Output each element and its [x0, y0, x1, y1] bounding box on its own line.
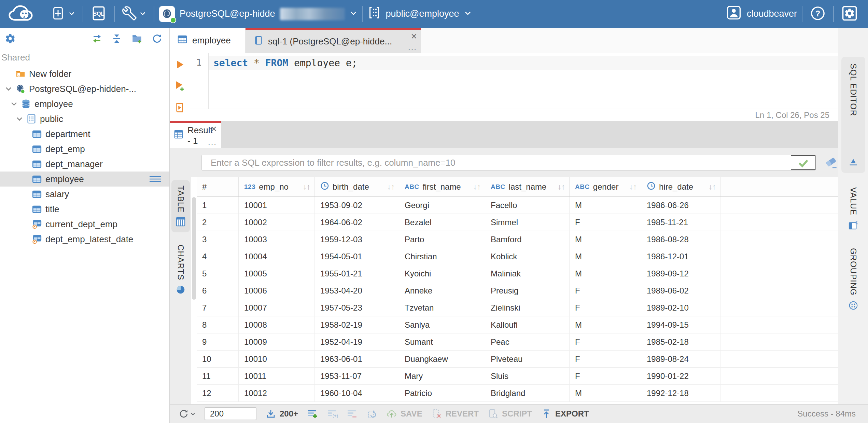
- row-number-cell[interactable]: 5: [197, 265, 239, 282]
- grid-cell[interactable]: 1989-06-02: [641, 282, 720, 299]
- expand-chevron-icon[interactable]: [13, 115, 26, 123]
- grid-cell[interactable]: Bridgland: [485, 385, 570, 401]
- code-line[interactable]: select * FROM employee e;: [209, 56, 838, 70]
- grid-cell[interactable]: Maliniak: [485, 265, 570, 282]
- grid-cell[interactable]: F: [570, 333, 641, 350]
- grid-cell[interactable]: Koblick: [485, 248, 570, 265]
- grid-cell[interactable]: 1985-02-18: [641, 333, 720, 350]
- grid-cell[interactable]: Kyoichi: [399, 265, 485, 282]
- row-number-cell[interactable]: 11: [197, 368, 239, 384]
- grid-cell[interactable]: 1959-12-03: [315, 231, 399, 248]
- grid-cell[interactable]: F: [570, 368, 641, 384]
- grid-cell[interactable]: 1960-10-04: [315, 385, 399, 401]
- settings-button[interactable]: [839, 5, 860, 23]
- grid-cell[interactable]: 1964-06-02: [315, 214, 399, 231]
- refresh-result-button[interactable]: [179, 409, 196, 419]
- sort-arrows-icon[interactable]: ↓↑: [629, 182, 637, 191]
- grid-scrollbar[interactable]: [191, 177, 197, 404]
- grid-cell[interactable]: 1953-04-20: [315, 282, 399, 299]
- tab-result-1[interactable]: Result - 1 × ...: [170, 121, 221, 148]
- tab-menu-icon[interactable]: ...: [408, 43, 417, 52]
- row-number-cell[interactable]: 1: [197, 197, 239, 214]
- delete-row-button[interactable]: [347, 408, 358, 419]
- row-number-cell[interactable]: 8: [197, 316, 239, 333]
- close-tab-icon[interactable]: ×: [411, 30, 417, 42]
- grid-cell[interactable]: 1955-01-21: [315, 265, 399, 282]
- grid-cell[interactable]: M: [570, 385, 641, 401]
- close-result-icon[interactable]: ×: [211, 123, 217, 135]
- grid-cell[interactable]: Kalloufi: [485, 316, 570, 333]
- grid-cell[interactable]: 10005: [239, 265, 315, 282]
- grid-cell[interactable]: M: [570, 265, 641, 282]
- grid-cell[interactable]: Mary: [399, 368, 485, 384]
- tab-charts-view[interactable]: CHARTS: [171, 239, 190, 300]
- grid-cell[interactable]: 10001: [239, 197, 315, 214]
- grid-cell[interactable]: Parto: [399, 231, 485, 248]
- grid-cell[interactable]: Tzvetan: [399, 299, 485, 316]
- row-number-cell[interactable]: 3: [197, 231, 239, 248]
- grid-cell[interactable]: Georgi: [399, 197, 485, 214]
- tree-item-current-dept-emp[interactable]: current_dept_emp: [0, 217, 169, 232]
- tree-item-employee[interactable]: employee: [0, 172, 169, 187]
- sort-arrows-icon[interactable]: ↓↑: [303, 182, 310, 191]
- grid-cell[interactable]: 10002: [239, 214, 315, 231]
- grid-cell[interactable]: Piveteau: [485, 351, 570, 367]
- link-with-editor-button[interactable]: [92, 33, 102, 44]
- help-button[interactable]: ?: [807, 5, 828, 22]
- grid-cell[interactable]: 1985-11-21: [641, 214, 720, 231]
- grid-cell[interactable]: 10011: [239, 368, 315, 384]
- column-header-gender[interactable]: ABCgender↓↑: [570, 177, 641, 196]
- expand-chevron-icon[interactable]: [2, 85, 15, 93]
- save-button[interactable]: SAVE: [386, 408, 422, 419]
- grid-cell[interactable]: Sumant: [399, 333, 485, 350]
- tree-item-dept-emp[interactable]: dept_emp: [0, 141, 169, 156]
- grid-cell[interactable]: Zielinski: [485, 299, 570, 316]
- row-menu-icon[interactable]: [149, 174, 162, 184]
- tab-grouping-panel[interactable]: GROUPING: [841, 241, 865, 317]
- grid-cell[interactable]: 1986-08-28: [641, 231, 720, 248]
- grid-cell[interactable]: Bezalel: [399, 214, 485, 231]
- script-button[interactable]: SCRIPT: [488, 408, 532, 419]
- tree-item-employee[interactable]: employee: [0, 96, 169, 111]
- row-number-cell[interactable]: 7: [197, 299, 239, 316]
- grid-cell[interactable]: F: [570, 282, 641, 299]
- grid-cell[interactable]: 1989-08-24: [641, 351, 720, 367]
- filter-input[interactable]: [202, 158, 791, 168]
- execute-query-button[interactable]: [174, 59, 185, 70]
- grid-cell[interactable]: 1989-09-12: [641, 265, 720, 282]
- code-area[interactable]: select * FROM employee e;: [209, 53, 838, 109]
- column-header-hire_date[interactable]: hire_date↓↑: [641, 177, 720, 196]
- driver-tools-button[interactable]: [120, 6, 149, 22]
- grid-cell[interactable]: 10010: [239, 351, 315, 367]
- row-number-cell[interactable]: 4: [197, 248, 239, 265]
- grid-cell[interactable]: 1963-06-01: [315, 351, 399, 367]
- grid-cell[interactable]: Facello: [485, 197, 570, 214]
- connection-selector[interactable]: PostgreSQL@ep-hidde: [159, 6, 357, 22]
- column-header-birth_date[interactable]: birth_date↓↑: [315, 177, 399, 196]
- row-number-cell[interactable]: 6: [197, 282, 239, 299]
- execute-new-tab-button[interactable]: [174, 81, 185, 92]
- tree-item-new-folder[interactable]: New folder: [0, 66, 169, 81]
- grid-cell[interactable]: Simmel: [485, 214, 570, 231]
- column-header-last_name[interactable]: ABClast_name↓↑: [485, 177, 570, 196]
- grid-cell[interactable]: M: [570, 248, 641, 265]
- grid-cell[interactable]: Sluis: [485, 368, 570, 384]
- grid-cell[interactable]: M: [570, 231, 641, 248]
- grid-cell[interactable]: Chirstian: [399, 248, 485, 265]
- grid-cell[interactable]: Anneke: [399, 282, 485, 299]
- grid-cell[interactable]: M: [570, 316, 641, 333]
- fetch-more-button[interactable]: 200+: [265, 408, 298, 419]
- sort-arrows-icon[interactable]: ↓↑: [709, 182, 716, 191]
- tab-table-view[interactable]: TABLE: [171, 180, 190, 232]
- open-sql-editor-button[interactable]: SQL: [88, 5, 109, 22]
- row-number-cell[interactable]: 2: [197, 214, 239, 231]
- export-button[interactable]: EXPORT: [541, 408, 589, 419]
- grid-cell[interactable]: F: [570, 214, 641, 231]
- new-connection-button[interactable]: [48, 6, 78, 22]
- grid-cell[interactable]: 1986-12-01: [641, 248, 720, 265]
- new-folder-button[interactable]: [131, 33, 143, 44]
- grid-cell[interactable]: 10003: [239, 231, 315, 248]
- grid-cell[interactable]: 1953-09-02: [315, 197, 399, 214]
- tree-item-department[interactable]: department: [0, 126, 169, 141]
- tree-item-postgresql-ep-hidden-[interactable]: PostgreSQL@ep-hidden-...: [0, 81, 169, 96]
